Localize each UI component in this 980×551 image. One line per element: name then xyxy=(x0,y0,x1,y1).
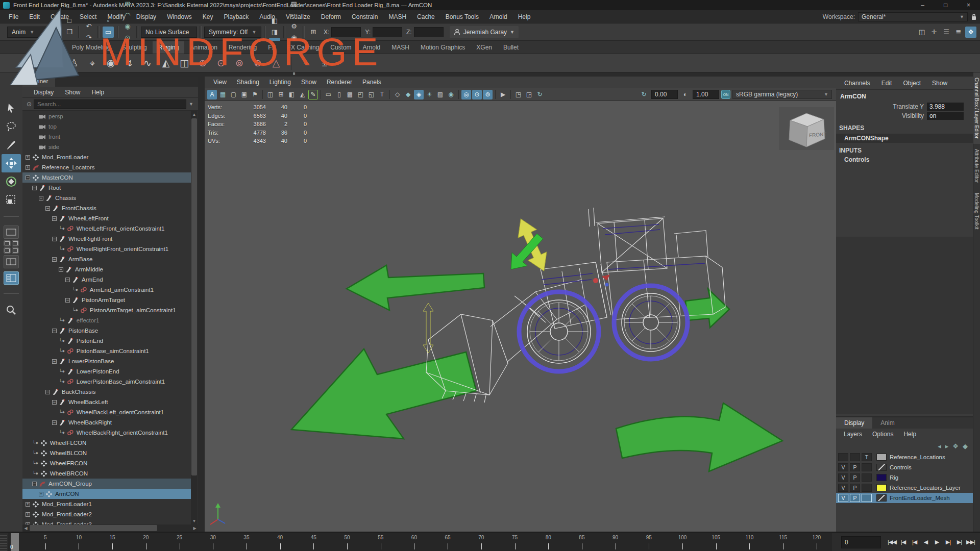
outliner-item-Mod_FrontLoader2[interactable]: +Mod_FrontLoader2 xyxy=(22,509,191,519)
character-icon[interactable]: ♙ xyxy=(66,56,82,71)
outliner-menu-display[interactable]: Display xyxy=(29,87,59,97)
expander-icon[interactable]: − xyxy=(39,196,43,201)
expander-icon[interactable]: − xyxy=(52,329,57,333)
colorspace-dropdown[interactable]: sRGB gamma (legacy)▼ xyxy=(732,90,832,99)
outliner-item-WheelBackLeft_orientConstraint1[interactable]: └●WheelBackLeft_orientConstraint1 xyxy=(22,407,191,417)
camera-select-icon[interactable]: ▢ xyxy=(229,90,238,99)
y-coordinate-field[interactable] xyxy=(373,27,402,37)
menu-set-dropdown[interactable]: Anim▼ xyxy=(7,27,56,38)
parent-constraint-icon[interactable]: ⊕ xyxy=(195,56,210,71)
outliner-item-Chassis[interactable]: −Chassis xyxy=(22,193,191,203)
layer-row-Reference_Locators_Layer[interactable]: VPReference_Locators_Layer xyxy=(836,483,973,493)
layer-menu-options[interactable]: Options xyxy=(868,429,898,439)
move-layer-down-icon[interactable]: ▸ xyxy=(945,442,949,450)
layer-menu-layers[interactable]: Layers xyxy=(839,429,867,439)
layer-display-type-toggle[interactable] xyxy=(862,484,872,492)
expander-icon[interactable]: − xyxy=(65,298,70,303)
panel-right-icon[interactable]: ◨ xyxy=(269,27,280,38)
step-forward-key-button[interactable]: ▶| xyxy=(943,536,953,548)
expander-icon[interactable]: − xyxy=(32,482,37,486)
menu-item-constrain[interactable]: Constrain xyxy=(347,11,382,22)
expander-icon[interactable]: − xyxy=(65,278,70,282)
layer-color-swatch[interactable] xyxy=(876,474,887,481)
shelf-tab-rendering[interactable]: Rendering xyxy=(223,41,262,54)
outliner-item-Mod_FrontLoader1[interactable]: +Mod_FrontLoader1 xyxy=(22,499,191,509)
expander-icon[interactable]: − xyxy=(52,237,57,241)
current-frame-field[interactable] xyxy=(841,536,881,548)
outliner-item-PistonEnd[interactable]: └●PistonEnd xyxy=(22,336,191,346)
layer-visibility-toggle[interactable]: V xyxy=(838,463,848,471)
gamma-field[interactable]: 1.00 xyxy=(693,90,719,99)
pole-vector-constraint-icon[interactable]: △ xyxy=(268,56,284,71)
undo-icon[interactable]: ↶ xyxy=(83,21,94,32)
layer-visibility-toggle[interactable]: V xyxy=(838,473,848,482)
snap-panel-icon[interactable]: ◳ xyxy=(513,90,523,99)
view-axis-icon[interactable]: A xyxy=(207,90,217,99)
snapshot-icon[interactable]: ▨ xyxy=(288,0,300,10)
expander-icon[interactable]: + xyxy=(26,512,30,517)
display-layers-icon[interactable]: ❖ xyxy=(965,27,976,38)
joint-icon[interactable]: ◉ xyxy=(103,56,118,71)
layer-color-swatch[interactable] xyxy=(876,484,887,491)
close-button[interactable]: × xyxy=(957,0,980,10)
viewport-menu-shading[interactable]: Shading xyxy=(232,77,264,87)
connect-attribute-icon[interactable]: ± xyxy=(317,56,332,71)
outliner-item-Root[interactable]: −Root xyxy=(22,183,191,193)
lights-mode-icon[interactable]: ☀ xyxy=(425,90,434,99)
create-empty-layer-icon[interactable]: ❖ xyxy=(952,442,959,450)
layer-row-Rig[interactable]: VPRig xyxy=(836,472,973,483)
point-constraint-icon[interactable]: ⊙ xyxy=(213,56,229,71)
pane-layout-button-3[interactable] xyxy=(4,247,11,254)
orient-joint-icon[interactable]: ◭ xyxy=(158,56,174,71)
textured-mode-icon[interactable]: ◈ xyxy=(414,90,424,99)
create-layer-from-selected-icon[interactable]: ◆ xyxy=(963,442,968,450)
pane-layout-button-2[interactable] xyxy=(12,240,19,246)
timeline-grip[interactable] xyxy=(0,534,7,551)
shelf-tab-arnold[interactable]: Arnold xyxy=(357,41,386,54)
outliner-item-PistonBase[interactable]: −PistonBase xyxy=(22,325,191,336)
viewport-menu-panels[interactable]: Panels xyxy=(358,77,386,87)
outliner-item-WheelLeftFront_orientConstraint1[interactable]: └●WheelLeftFront_orientConstraint1 xyxy=(22,223,191,234)
outliner-item-WheelBackRight[interactable]: −WheelBackRight xyxy=(22,417,191,428)
mirror-joint-icon[interactable]: ◫ xyxy=(177,56,192,71)
pane-layout-button-4[interactable] xyxy=(12,247,19,254)
layer-color-swatch[interactable] xyxy=(876,454,887,461)
channel-attr-value[interactable]: 3.988 xyxy=(927,103,964,111)
layer-row-Controls[interactable]: VPControls xyxy=(836,462,973,472)
modeling-toolkit-icon[interactable]: ◫ xyxy=(916,27,927,38)
exposure-field[interactable]: 0.00 xyxy=(651,90,678,99)
outliner-item-top[interactable]: top xyxy=(22,121,191,132)
play-backwards-button[interactable]: ◀ xyxy=(921,536,930,548)
outliner-item-WheelRightFront_orientConstraint1[interactable]: └●WheelRightFront_orientConstraint1 xyxy=(22,244,191,254)
outliner-item-ArmBase[interactable]: −ArmBase xyxy=(22,254,191,264)
shelf-tab-fx[interactable]: FX xyxy=(262,41,281,54)
go-to-end-button[interactable]: ▶▶| xyxy=(966,536,975,548)
expander-icon[interactable]: − xyxy=(59,267,63,272)
timeline-ruler[interactable]: 0 51015202530354045505560657075808590951… xyxy=(8,533,832,551)
attribute-editor-icon[interactable]: ≣ xyxy=(953,27,964,38)
outliner-item-WheelFRCON[interactable]: └●WheelFRCON xyxy=(22,458,191,468)
layer-tab-display[interactable]: Display xyxy=(836,417,872,429)
outliner-menu-help[interactable]: Help xyxy=(86,87,109,97)
panel-left-icon[interactable]: ◧ xyxy=(269,15,280,27)
ik-handle-icon[interactable]: ↯ xyxy=(121,56,137,71)
snap-grid-icon[interactable]: ⊞ xyxy=(122,0,133,10)
outliner-item-PistonArmTarget[interactable]: −PistonArmTarget xyxy=(22,295,191,305)
xray-mode-icon[interactable]: ⊙ xyxy=(472,90,482,99)
two-d-pan-zoom-icon[interactable]: ⊞ xyxy=(276,90,286,99)
outliner-item-WheelBackLeft[interactable]: −WheelBackLeft xyxy=(22,397,191,407)
outliner-item-ArmMiddle[interactable]: −ArmMiddle xyxy=(22,264,191,274)
outliner-item-WheelLeftFront[interactable]: −WheelLeftFront xyxy=(22,213,191,223)
move-layer-up-icon[interactable]: ◂ xyxy=(938,442,941,450)
field-chart-icon[interactable]: ◰ xyxy=(356,90,365,99)
camera-attributes-icon[interactable]: ▣ xyxy=(239,90,249,99)
pencil-tool-icon[interactable]: ✎ xyxy=(308,90,318,99)
viewport-menu-show[interactable]: Show xyxy=(297,77,321,87)
menu-item-windows[interactable]: Windows xyxy=(162,11,197,22)
dock-tab-attribute-editor[interactable]: Attribute Editor xyxy=(973,144,980,188)
joints-xray-icon[interactable]: ⊚ xyxy=(483,90,493,99)
outliner-item-WheelBRCON[interactable]: └●WheelBRCON xyxy=(22,468,191,479)
layer-row-FrontEndLoader_Mesh[interactable]: VPFrontEndLoader_Mesh xyxy=(836,493,973,503)
outliner-item-ArmCON_Group[interactable]: −ArmCON_Group xyxy=(22,479,191,489)
layer-playback-toggle[interactable]: P xyxy=(850,494,860,502)
